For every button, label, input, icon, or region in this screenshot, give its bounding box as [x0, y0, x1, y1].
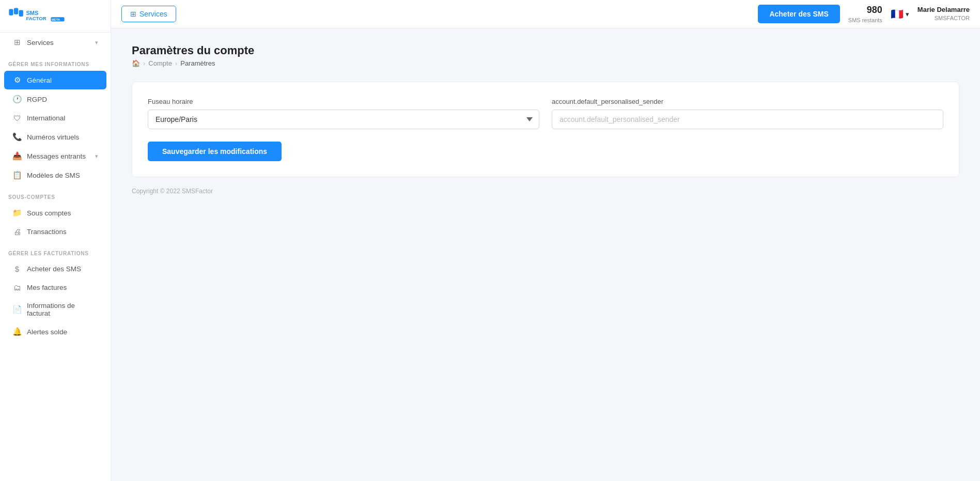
sms-count-label: SMS restants: [848, 17, 882, 24]
form-row: Fuseau horaire Europe/Paris UTC America/…: [148, 98, 943, 129]
sidebar-section-gerer: GÉRER MES INFORMATIONS ⚙ Général 🕐 RGPD …: [0, 52, 111, 185]
clock-icon: 🕐: [12, 95, 22, 104]
files-icon: 🗂: [12, 283, 22, 292]
chevron-right-icon: ▾: [95, 153, 98, 160]
sidebar-item-label: Messages entrants: [27, 152, 86, 160]
document-icon: 📄: [12, 305, 22, 314]
logo: SMS FACTOR BETA: [0, 0, 111, 33]
buy-sms-button[interactable]: Acheter des SMS: [758, 5, 839, 23]
sidebar-item-rgpd[interactable]: 🕐 RGPD: [4, 90, 106, 108]
sidebar-item-label: Informations de facturat: [27, 302, 98, 317]
sender-input[interactable]: [552, 110, 943, 129]
grid-icon: ⊞: [12, 38, 22, 47]
sidebar-item-numeros-virtuels[interactable]: 📞 Numéros virtuels: [4, 128, 106, 146]
sidebar-item-label: Sous comptes: [27, 209, 71, 217]
main-area: ⊞ Services Acheter des SMS 980 SMS resta…: [111, 0, 980, 481]
grid-icon: ⊞: [130, 10, 136, 18]
sender-group: account.default_personalised_sender: [552, 98, 943, 129]
language-selector[interactable]: 🇫🇷 ▾: [891, 8, 909, 20]
user-company: SMSFACTOR: [917, 14, 970, 22]
sidebar-item-alertes-solde[interactable]: 🔔 Alertes solde: [4, 322, 106, 341]
sender-label: account.default_personalised_sender: [552, 98, 943, 105]
printer-icon: 🖨: [12, 227, 22, 236]
main-content: Paramètres du compte 🏠 › Compte › Paramè…: [111, 28, 980, 481]
section-label-sous-comptes: SOUS-COMPTES: [0, 185, 111, 203]
sidebar-item-transactions[interactable]: 🖨 Transactions: [4, 223, 106, 241]
breadcrumb-sep-1: ›: [143, 59, 145, 67]
template-icon: 📋: [12, 170, 22, 180]
chevron-down-icon: ▾: [95, 39, 98, 46]
flag-icon: 🇫🇷: [891, 8, 904, 20]
sidebar-item-label: Mes factures: [27, 284, 67, 291]
breadcrumb-sep-2: ›: [175, 59, 177, 67]
sidebar-item-acheter-sms[interactable]: $ Acheter des SMS: [4, 260, 106, 278]
section-label-gerer: GÉRER MES INFORMATIONS: [0, 52, 111, 70]
phone-icon: 📞: [12, 132, 22, 142]
sidebar-item-label: Acheter des SMS: [27, 265, 81, 273]
header: ⊞ Services Acheter des SMS 980 SMS resta…: [111, 0, 980, 28]
lang-chevron-icon: ▾: [906, 10, 909, 18]
sidebar-item-label: Transactions: [27, 228, 67, 236]
svg-text:BETA: BETA: [52, 18, 60, 21]
section-label-facturation: GÉRER LES FACTURATIONS: [0, 241, 111, 259]
breadcrumb: 🏠 › Compte › Paramètres: [132, 59, 959, 67]
sidebar-item-infos-facturation[interactable]: 📄 Informations de facturat: [4, 297, 106, 322]
sidebar-item-label: International: [27, 114, 65, 122]
sidebar-services-label: Services: [27, 39, 54, 46]
shield-icon: 🛡: [12, 114, 22, 122]
sidebar-section-facturation: GÉRER LES FACTURATIONS $ Acheter des SMS…: [0, 241, 111, 342]
sidebar-item-label: Alertes solde: [27, 328, 67, 336]
sidebar-item-label: Numéros virtuels: [27, 133, 79, 141]
svg-rect-1: [14, 8, 18, 14]
breadcrumb-current: Paramètres: [180, 59, 215, 67]
sidebar-item-sous-comptes[interactable]: 📁 Sous comptes: [4, 204, 106, 222]
folder-icon: 📁: [12, 208, 22, 218]
page-header: Paramètres du compte 🏠 › Compte › Paramè…: [132, 44, 959, 67]
sidebar-item-modeles-sms[interactable]: 📋 Modèles de SMS: [4, 166, 106, 184]
timezone-group: Fuseau horaire Europe/Paris UTC America/…: [148, 98, 539, 129]
header-right: Acheter des SMS 980 SMS restants 🇫🇷 ▾ Ma…: [758, 4, 970, 24]
user-name: Marie Delamarre: [917, 6, 970, 14]
sidebar-item-mes-factures[interactable]: 🗂 Mes factures: [4, 278, 106, 297]
header-services-button[interactable]: ⊞ Services: [121, 6, 176, 22]
sidebar-services-dropdown[interactable]: ⊞ Services ▾: [4, 33, 106, 52]
sidebar-item-label: Général: [27, 76, 52, 84]
page-title: Paramètres du compte: [132, 44, 959, 57]
save-button[interactable]: Sauvegarder les modifications: [148, 142, 282, 161]
sidebar-item-label: Modèles de SMS: [27, 172, 80, 179]
sidebar-item-international[interactable]: 🛡 International: [4, 109, 106, 127]
home-icon[interactable]: 🏠: [132, 59, 140, 67]
sms-count-number: 980: [848, 4, 882, 16]
sms-counter: 980 SMS restants: [848, 4, 882, 24]
breadcrumb-compte[interactable]: Compte: [148, 59, 172, 67]
settings-form-card: Fuseau horaire Europe/Paris UTC America/…: [132, 82, 959, 177]
timezone-select[interactable]: Europe/Paris UTC America/New_York Asia/T…: [148, 110, 539, 129]
copyright: Copyright © 2022 SMSFactor: [132, 188, 959, 195]
header-services-label: Services: [139, 10, 167, 18]
bell-icon: 🔔: [12, 327, 22, 336]
user-info: Marie Delamarre SMSFACTOR: [917, 6, 970, 22]
svg-rect-0: [9, 9, 13, 15]
sidebar: SMS FACTOR BETA ⊞ Services ▾ GÉRER MES I…: [0, 0, 111, 481]
svg-text:FACTOR: FACTOR: [26, 15, 46, 21]
sidebar-item-messages-entrants[interactable]: 📥 Messages entrants ▾: [4, 147, 106, 165]
dollar-icon: $: [12, 265, 22, 273]
sidebar-item-label: RGPD: [27, 96, 47, 103]
svg-rect-2: [19, 10, 23, 17]
inbox-icon: 📥: [12, 151, 22, 161]
gear-icon: ⚙: [12, 75, 22, 85]
sidebar-section-sous-comptes: SOUS-COMPTES 📁 Sous comptes 🖨 Transactio…: [0, 185, 111, 241]
timezone-label: Fuseau horaire: [148, 98, 539, 105]
sidebar-item-general[interactable]: ⚙ Général: [4, 71, 106, 89]
